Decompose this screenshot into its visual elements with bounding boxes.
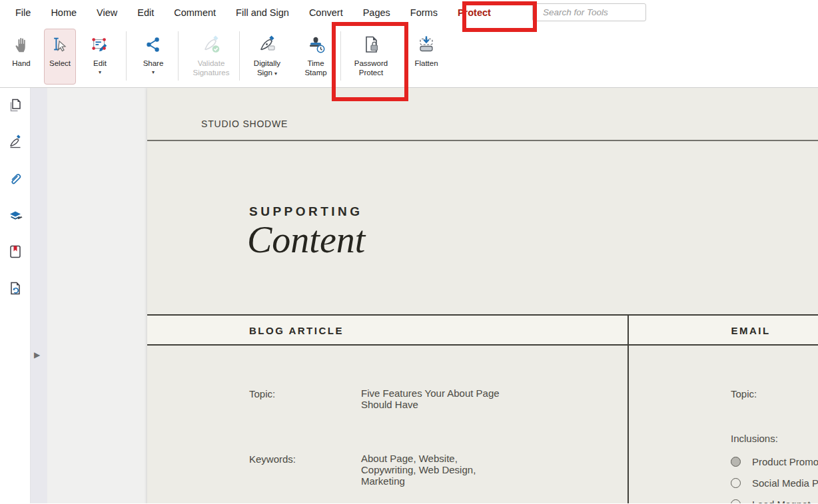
navigation-sidebar xyxy=(0,88,31,503)
edit-label: Edit xyxy=(93,59,107,68)
table-column-divider xyxy=(627,316,629,503)
menu-edit[interactable]: Edit xyxy=(127,0,164,25)
chevron-down-icon: ▾ xyxy=(274,71,277,77)
column-header-email: EMAIL xyxy=(731,325,770,336)
select-icon xyxy=(51,33,69,57)
panel-strip: ▶ xyxy=(31,88,47,503)
validate-signatures-label: Validate Signatures xyxy=(182,59,240,78)
blog-keywords-value: About Page, Website, Copywriting, Web De… xyxy=(361,453,494,487)
document-eyebrow: SUPPORTING xyxy=(249,204,363,219)
time-stamp-button[interactable]: Time Stamp xyxy=(296,29,336,85)
validate-signatures-icon xyxy=(201,33,221,57)
email-inclusions-label: Inclusions: xyxy=(731,433,778,444)
document-brand: STUDIO SHODWE xyxy=(201,119,288,129)
table-header-bottom-border xyxy=(147,344,818,346)
menu-file[interactable]: File xyxy=(5,0,41,25)
toolbar-separator xyxy=(178,31,179,81)
menu-view[interactable]: View xyxy=(87,0,127,25)
password-protect-icon xyxy=(361,33,381,57)
pdf-page: STUDIO SHODWE SUPPORTING Content BLOG AR… xyxy=(147,88,818,503)
menu-protect[interactable]: Protect xyxy=(448,0,501,25)
toolbar-separator xyxy=(126,31,127,81)
digitally-sign-label: Digitally Sign ▾ xyxy=(246,59,288,78)
chevron-down-icon: ▾ xyxy=(152,70,155,75)
attachments-icon[interactable] xyxy=(8,171,23,186)
toolbar: Hand Select Edit ▾ xyxy=(0,25,818,88)
hand-label: Hand xyxy=(12,59,31,68)
menu-convert[interactable]: Convert xyxy=(299,0,353,25)
radio-lead-magnet-label: Lead Magnet xyxy=(752,499,811,503)
validate-signatures-button: Validate Signatures xyxy=(181,29,241,85)
menu-pages[interactable]: Pages xyxy=(353,0,400,25)
layers-icon[interactable] xyxy=(8,208,23,222)
chevron-down-icon: ▾ xyxy=(99,70,101,75)
recent-pages-icon[interactable] xyxy=(8,281,23,296)
select-label: Select xyxy=(49,59,71,68)
bookmarks-icon[interactable] xyxy=(8,244,23,259)
divider xyxy=(147,140,818,141)
radio-social-media[interactable] xyxy=(731,478,741,488)
select-button[interactable]: Select xyxy=(44,29,76,85)
inclusion-option-row: Product Promo xyxy=(731,456,818,467)
password-protect-label: Password Protect xyxy=(345,59,397,78)
document-canvas: STUDIO SHODWE SUPPORTING Content BLOG AR… xyxy=(47,88,818,503)
inclusion-option-row: Social Media P xyxy=(731,477,818,489)
flatten-icon xyxy=(416,33,436,57)
share-label: Share xyxy=(143,59,164,68)
edit-icon xyxy=(91,33,109,57)
table-header-band xyxy=(147,316,818,344)
main-area: ▶ STUDIO SHODWE SUPPORTING Content BLOG … xyxy=(0,88,818,503)
blog-keywords-label: Keywords: xyxy=(249,453,296,465)
menu-home[interactable]: Home xyxy=(41,0,87,25)
expand-panel-arrow-icon[interactable]: ▶ xyxy=(34,350,40,360)
toolbar-separator xyxy=(408,31,408,81)
menu-fill-and-sign[interactable]: Fill and Sign xyxy=(226,0,299,25)
signature-panel-icon[interactable] xyxy=(8,134,23,149)
radio-social-media-label: Social Media P xyxy=(752,477,818,489)
tool-search xyxy=(532,3,646,21)
time-stamp-label: Time Stamp xyxy=(296,59,335,78)
email-topic-label: Topic: xyxy=(731,388,757,399)
blog-topic-value: Five Features Your About Page Should Hav… xyxy=(361,387,513,410)
flatten-label: Flatten xyxy=(414,59,438,68)
password-protect-button[interactable]: Password Protect xyxy=(344,29,398,85)
hand-button[interactable]: Hand xyxy=(5,29,37,85)
share-icon xyxy=(144,33,163,57)
flatten-button[interactable]: Flatten xyxy=(409,29,444,85)
digitally-sign-button[interactable]: Digitally Sign ▾ xyxy=(245,29,289,85)
radio-product-promo-label: Product Promo xyxy=(752,456,818,467)
digitally-sign-icon xyxy=(257,33,277,57)
column-header-blog-article: BLOG ARTICLE xyxy=(249,325,344,336)
menu-comment[interactable]: Comment xyxy=(164,0,226,25)
hand-icon xyxy=(12,33,31,57)
radio-lead-magnet[interactable] xyxy=(731,499,741,503)
menu-forms[interactable]: Forms xyxy=(400,0,448,25)
edit-button[interactable]: Edit ▾ xyxy=(84,29,116,85)
inclusion-option-row: Lead Magnet xyxy=(731,499,811,503)
search-input[interactable] xyxy=(538,7,662,17)
share-button[interactable]: Share ▾ xyxy=(137,29,169,85)
time-stamp-icon xyxy=(306,33,326,57)
page-thumbnails-icon[interactable] xyxy=(8,98,23,113)
toolbar-separator xyxy=(239,31,240,81)
document-title: Content xyxy=(247,218,365,261)
menu-bar: File Home View Edit Comment Fill and Sig… xyxy=(0,0,818,25)
blog-topic-label: Topic: xyxy=(249,388,275,399)
radio-product-promo[interactable] xyxy=(731,457,741,467)
toolbar-separator xyxy=(340,31,341,81)
